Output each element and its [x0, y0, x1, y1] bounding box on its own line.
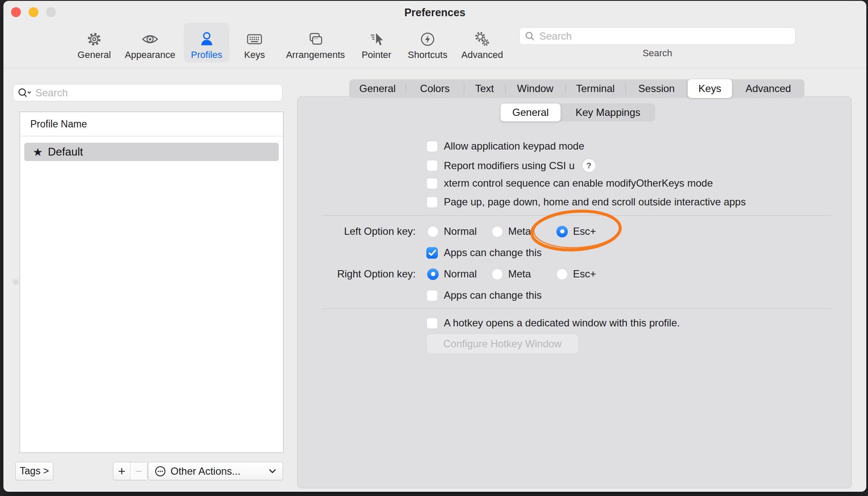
hotkey-checkbox-row: A hotkey opens a dedicated window with t…: [426, 317, 680, 329]
radio-normal-selected[interactable]: [427, 268, 439, 280]
remove-profile-button: −: [130, 462, 147, 480]
tab-keys-selected[interactable]: Keys: [688, 79, 732, 98]
tags-button[interactable]: Tags >: [15, 462, 53, 480]
toolbar-item-appearance[interactable]: Appearance: [118, 23, 182, 63]
checkmark-icon: [428, 250, 436, 256]
profile-tab-bar: General Colors Text Window Terminal Sess…: [349, 79, 804, 98]
other-actions-label: Other Actions...: [171, 465, 240, 477]
tab-session[interactable]: Session: [625, 79, 688, 98]
toolbar-label: Arrangements: [286, 49, 345, 61]
gear-icon: [85, 30, 103, 48]
person-icon: [198, 30, 216, 48]
cursor-icon: [367, 30, 385, 48]
add-remove-group: + −: [113, 462, 148, 480]
tab-advanced[interactable]: Advanced: [732, 79, 804, 98]
radio-normal[interactable]: [427, 226, 439, 237]
checkbox-checked[interactable]: [426, 247, 438, 259]
tab-window[interactable]: Window: [505, 79, 565, 98]
tab-terminal[interactable]: Terminal: [565, 79, 625, 98]
help-button[interactable]: ?: [582, 159, 596, 172]
add-profile-button[interactable]: +: [113, 462, 130, 480]
checkbox-row-keypad: Allow application keypad mode: [426, 140, 584, 152]
screenshot-stage: Preferences General A: [0, 0, 868, 496]
profile-settings-panel: [297, 96, 852, 488]
right-apps-can-change: Apps can change this: [426, 289, 542, 301]
tab-colors[interactable]: Colors: [406, 79, 464, 98]
minimize-button[interactable]: [29, 7, 38, 17]
toolbar-label: Appearance: [125, 49, 176, 61]
configure-hotkey-window-button-disabled: Configure Hotkey Window: [426, 334, 579, 354]
toolbar-label: Profiles: [191, 49, 222, 61]
toolbar-label: General: [78, 49, 111, 61]
checkbox-row-modifyotherkeys: xterm control sequence can enable modify…: [426, 177, 713, 189]
subtab-general-selected[interactable]: General: [501, 104, 561, 121]
checkbox-unchecked[interactable]: [426, 196, 438, 208]
right-option-key-label: Right Option key:: [297, 268, 416, 280]
ellipsis-circle-icon: [154, 465, 166, 477]
profile-row-default[interactable]: ★ Default: [24, 143, 279, 161]
right-option-normal-selected: Normal: [427, 268, 477, 280]
window-title: Preferences: [3, 6, 866, 19]
left-option-normal: Normal: [427, 225, 477, 237]
checkbox-label: Apps can change this: [444, 289, 542, 301]
radio-meta[interactable]: [492, 226, 503, 237]
toolbar-label: Pointer: [362, 49, 391, 61]
toolbar-search-input[interactable]: [538, 30, 790, 43]
tags-button-label: Tags >: [20, 465, 49, 477]
toolbar-label: Keys: [244, 49, 265, 61]
keys-subtab-bar: General Key Mappings: [501, 104, 655, 121]
checkbox-label: Allow application keypad mode: [444, 140, 584, 152]
radio-label: Normal: [444, 268, 477, 280]
toolbar-item-general[interactable]: General: [62, 23, 126, 63]
left-option-key-label: Left Option key:: [297, 225, 416, 237]
toolbar-label: Advanced: [461, 49, 503, 61]
profile-list-header: Profile Name: [20, 112, 283, 136]
checkbox-unchecked[interactable]: [426, 141, 438, 152]
profile-search-field[interactable]: [13, 84, 283, 101]
checkbox-label: xterm control sequence can enable modify…: [444, 177, 713, 189]
section-separator: [322, 309, 831, 309]
tab-text[interactable]: Text: [464, 79, 505, 98]
search-icon: [525, 31, 535, 41]
eye-icon: [141, 30, 159, 48]
toolbar-separator: [3, 68, 866, 68]
toolbar-search-field[interactable]: [519, 27, 796, 45]
star-icon: ★: [33, 146, 43, 159]
keyboard-icon: [246, 30, 263, 48]
toolbar-item-keys[interactable]: Keys: [223, 23, 286, 63]
subtab-key-mappings[interactable]: Key Mappings: [561, 104, 655, 121]
toolbar-label: Shortcuts: [408, 49, 448, 61]
toolbar-item-arrangements[interactable]: Arrangements: [284, 23, 347, 63]
checkbox-unchecked[interactable]: [426, 290, 438, 301]
annotation-ellipse: [515, 193, 643, 274]
toolbar-item-advanced[interactable]: Advanced: [450, 23, 514, 63]
divider-handle-dot[interactable]: [13, 279, 19, 285]
radio-meta[interactable]: [492, 268, 503, 280]
radio-label: Normal: [444, 225, 477, 237]
profile-search-input[interactable]: [35, 87, 278, 99]
tab-general[interactable]: General: [349, 79, 406, 98]
search-scope-icon[interactable]: [17, 87, 32, 98]
checkbox-unchecked[interactable]: [426, 317, 438, 329]
preferences-window: Preferences General A: [3, 1, 866, 492]
checkbox-row-csi-u: Report modifiers using CSI u ?: [426, 159, 596, 172]
checkbox-label: A hotkey opens a dedicated window with t…: [444, 317, 680, 329]
double-gear-icon: [473, 30, 491, 48]
lightning-circle-icon: [419, 30, 437, 48]
other-actions-dropdown[interactable]: Other Actions...: [148, 462, 283, 480]
profile-list: Profile Name ★ Default: [20, 112, 284, 453]
toolbar-search-caption: Search: [519, 48, 796, 59]
close-button[interactable]: [11, 7, 21, 17]
checkbox-unchecked[interactable]: [426, 178, 438, 189]
windows-icon: [307, 30, 324, 48]
checkbox-unchecked[interactable]: [426, 160, 438, 171]
profile-name: Default: [48, 145, 83, 159]
checkbox-label: Report modifiers using CSI u: [444, 160, 575, 172]
chevron-down-icon: [268, 469, 277, 474]
zoom-button-disabled: [46, 7, 56, 17]
